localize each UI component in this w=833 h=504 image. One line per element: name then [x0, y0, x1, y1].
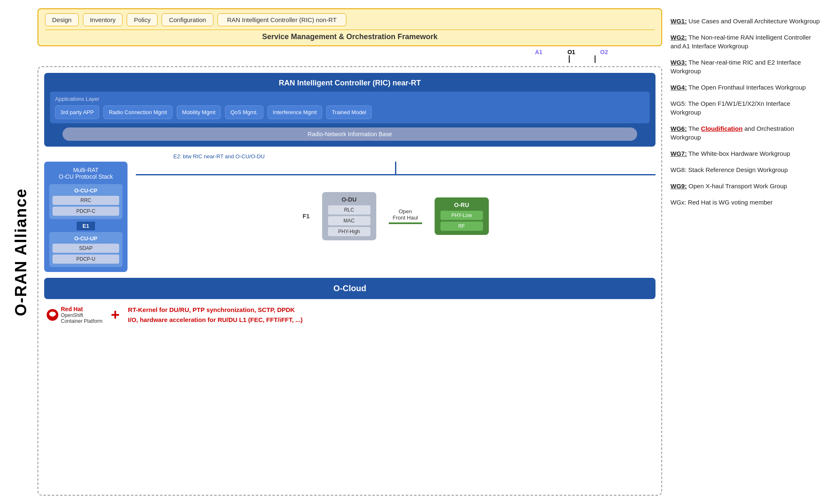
- wg6-text1: The: [688, 125, 701, 132]
- wg5-label: WG5:: [670, 100, 686, 107]
- plus-sign: +: [111, 306, 120, 324]
- wg7-item: WG7: The White-box Hardware Workgroup: [670, 149, 820, 158]
- redhat-arrow: Red Hat OpenShift Container Platform: [44, 306, 103, 324]
- wg3-text: The Near-real-time RIC and E2 Interface …: [670, 59, 801, 75]
- ric-title: RAN Intelligent Controller (RIC) near-RT: [50, 79, 650, 87]
- lower-section: Multi-RATO-CU Protocol Stack O-CU-CP RRC…: [44, 162, 655, 272]
- center-connector-area: F1 O-DU RLC MAC PHY-High OpenFront Haul: [136, 162, 655, 240]
- rlc-box: RLC: [328, 205, 370, 215]
- e2-label: E2: btw RIC near-RT and O-CU/O-DU: [173, 152, 655, 160]
- tab-ric-nonrt[interactable]: RAN Intelligent Controller (RIC) non-RT: [218, 13, 346, 26]
- wg2-label: WG2:: [670, 34, 687, 41]
- oru-box: O-RU PHY-Low RF: [435, 197, 489, 235]
- wg1-label: WG1:: [670, 17, 687, 25]
- odu-box: O-DU RLC MAC PHY-High: [322, 192, 376, 240]
- phyhigh-box: PHY-High: [328, 227, 370, 236]
- tab-policy[interactable]: Policy: [127, 13, 158, 26]
- app-3rd-party: 3rd party APP: [55, 105, 99, 119]
- wg2-item: WG2: The Non-real-time RAN Intelligent C…: [670, 33, 820, 50]
- a1-line: [569, 55, 570, 63]
- ocloud-box: O-Cloud: [44, 278, 655, 299]
- e2-h-line: [136, 174, 655, 175]
- redhat-text: Red Hat OpenShift Container Platform: [61, 306, 103, 324]
- e1-label: E1: [77, 222, 95, 230]
- ofh-line: [389, 222, 422, 224]
- f1-area: F1 O-DU RLC MAC PHY-High OpenFront Haul: [303, 192, 488, 240]
- wg5-item: WG5: The Open F1/W1/E1/X2/Xn Interface W…: [670, 99, 820, 117]
- ocu-up-title: O-CU-UP: [53, 235, 119, 242]
- pdcpc-box: PDCP-C: [53, 207, 119, 216]
- ofh-area: OpenFront Haul: [389, 208, 422, 224]
- app-layer: Applications Layer 3rd party APP Radio C…: [50, 92, 650, 123]
- o1-line: [595, 55, 595, 63]
- diagram-area: Design Inventory Policy Configuration RA…: [33, 8, 666, 496]
- wg4-text: The Open Fronthaul Interfaces Workgroup: [688, 84, 806, 91]
- rnib-box: Radio-Network Information Base: [63, 127, 637, 141]
- wg8-text: Stack Reference Design Workgroup: [688, 166, 788, 173]
- redhat-sub2: Container Platform: [61, 318, 103, 324]
- o1-label: O1: [568, 49, 575, 55]
- redhat-name: Red Hat: [61, 306, 103, 312]
- wgx-text: Red Hat is WG voting member: [688, 199, 773, 206]
- outer-dashed-box: RAN Intelligent Controller (RIC) near-RT…: [38, 66, 662, 496]
- oru-title: O-RU: [440, 202, 483, 208]
- e2-line-h: [136, 174, 655, 175]
- wgx-item: WGx: Red Hat is WG voting member: [670, 198, 820, 207]
- phylow-box: PHY-Low: [440, 211, 483, 220]
- wg5-text: The Open F1/W1/E1/X2/Xn Interface Workgr…: [670, 100, 790, 116]
- wg4-label: WG4:: [670, 84, 687, 91]
- e2-text: E2: btw RIC near-RT and O-CU/O-DU: [173, 153, 265, 160]
- wg2-text: The Non-real-time RAN Intelligent Contro…: [670, 34, 811, 50]
- ofh-label: OpenFront Haul: [393, 208, 418, 221]
- wg3-item: WG3: The Near-real-time RIC and E2 Inter…: [670, 58, 820, 75]
- smo-box: Design Inventory Policy Configuration RA…: [38, 8, 662, 46]
- wg-panel: WG1: Use Cases and Overall Architecture …: [666, 8, 825, 496]
- ric-box: RAN Intelligent Controller (RIC) near-RT…: [44, 73, 655, 147]
- wg4-item: WG4: The Open Fronthaul Interfaces Workg…: [670, 83, 820, 92]
- app-interference: Interference Mgmt: [268, 105, 323, 119]
- wg6-label: WG6:: [670, 125, 687, 132]
- wg9-text: Open X-haul Transport Work Group: [688, 182, 787, 190]
- connector-lines-top: [38, 55, 662, 63]
- app-qos: QoS Mgmt.: [225, 105, 263, 119]
- smo-tabs-row: Design Inventory Policy Configuration RA…: [45, 13, 655, 26]
- smo-title: Service Management & Orchestration Frame…: [45, 30, 655, 41]
- app-layer-label: Applications Layer: [55, 96, 645, 102]
- tab-design[interactable]: Design: [45, 13, 79, 26]
- f1-label: F1: [303, 213, 309, 220]
- a1-label: A1: [535, 49, 543, 55]
- redhat-sub1: OpenShift: [61, 312, 103, 318]
- wgx-label: WGx:: [670, 199, 686, 206]
- wg7-label: WG7:: [670, 150, 687, 157]
- wg8-item: WG8: Stack Reference Design Workgroup: [670, 165, 820, 174]
- interface-labels-row: A1 O1 O2: [38, 49, 662, 55]
- tab-configuration[interactable]: Configuration: [162, 13, 213, 26]
- app-trained-model: Trained Model: [326, 105, 372, 119]
- multi-rat-title: Multi-RATO-CU Protocol Stack: [49, 167, 123, 180]
- odu-title: O-DU: [328, 196, 370, 203]
- wg1-item: WG1: Use Cases and Overall Architecture …: [670, 17, 820, 25]
- o2-label: O2: [600, 49, 608, 55]
- e2-line-v: [395, 162, 396, 174]
- app-radio-conn: Radio Connection Mgmt: [103, 105, 172, 119]
- left-org-label: O-RAN Alliance: [8, 8, 33, 496]
- multi-rat-box: Multi-RATO-CU Protocol Stack O-CU-CP RRC…: [44, 162, 128, 272]
- rrc-box: RRC: [53, 196, 119, 205]
- app-boxes-row: 3rd party APP Radio Connection Mgmt Mobi…: [55, 105, 645, 119]
- pdcpu-box: PDCP-U: [53, 254, 119, 264]
- wg9-label: WG9:: [670, 182, 687, 190]
- sdap-box: SDAP: [53, 244, 119, 253]
- wg9-item: WG9: Open X-haul Transport Work Group: [670, 182, 820, 190]
- wg7-text: The White-box Hardware Workgroup: [688, 150, 790, 157]
- ocu-cp-title: O-CU-CP: [53, 187, 119, 194]
- ocu-cp-box: O-CU-CP RRC PDCP-C: [49, 184, 123, 219]
- redhat-icon: [44, 307, 61, 323]
- wg6-cloudification: Cloudification: [701, 125, 743, 132]
- wg1-text: Use Cases and Overall Architecture Workg…: [688, 17, 820, 25]
- rt-text: RT-Kernel for DU/RU, PTP synchronization…: [128, 305, 303, 325]
- app-mobility: Mobility Mgmt: [177, 105, 221, 119]
- wg8-label: WG8:: [670, 166, 686, 173]
- wg3-label: WG3:: [670, 59, 687, 66]
- tab-inventory[interactable]: Inventory: [83, 13, 123, 26]
- bottom-row: Red Hat OpenShift Container Platform + R…: [44, 305, 655, 325]
